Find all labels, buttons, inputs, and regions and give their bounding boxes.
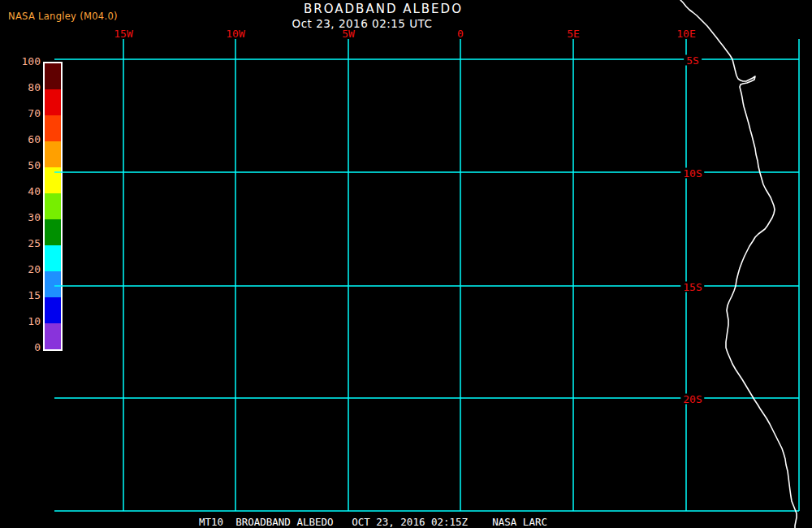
coastline — [680, 0, 797, 528]
screen: NASA Langley (M04.0) BROADBAND ALBEDO Oc… — [0, 0, 812, 528]
map-canvas — [0, 0, 812, 528]
